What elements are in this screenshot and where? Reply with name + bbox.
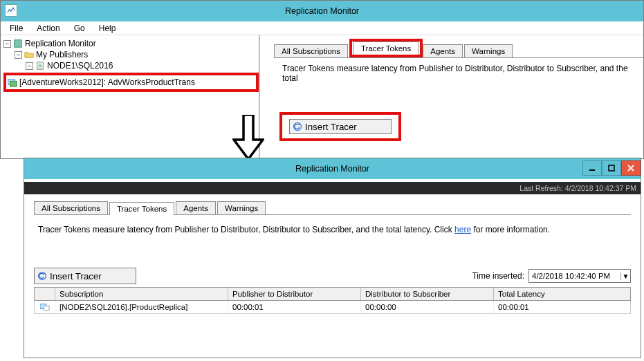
last-refresh-bar: Last Refresh: 4/2/2018 10:42:37 PM <box>24 182 641 194</box>
svg-rect-4 <box>10 81 17 86</box>
time-inserted-dropdown[interactable]: 4/2/2018 10:42:40 PM ▼ <box>528 269 631 283</box>
cell-dist-to-sub: 00:00:00 <box>361 301 494 313</box>
collapse-icon[interactable]: − <box>3 40 11 48</box>
grid-header-total-latency[interactable]: Total Latency <box>494 288 630 300</box>
menu-bar: File Action Go Help <box>1 21 643 35</box>
server-icon <box>35 61 45 71</box>
replication-monitor-icon <box>13 39 23 48</box>
publication-icon <box>8 77 17 87</box>
insert-tracer-button[interactable]: Insert Tracer <box>289 119 392 134</box>
tree-root[interactable]: − Replication Monitor <box>3 38 259 49</box>
replication-monitor-window-bottom: Replication Monitor Last Refresh: 4/2/20… <box>24 158 641 358</box>
cell-pub-to-dist: 00:00:01 <box>228 301 361 313</box>
insert-tracer-label: Insert Tracer <box>305 122 357 132</box>
collapse-icon[interactable]: − <box>26 62 33 70</box>
svg-rect-0 <box>15 40 22 48</box>
tab-agents[interactable]: Agents <box>423 44 463 57</box>
minimize-button[interactable] <box>582 160 602 176</box>
cell-subscription: [NODE2\SQL2016].[ProductReplica] <box>55 301 228 313</box>
tab-all-subscriptions[interactable]: All Subscriptions <box>274 44 348 57</box>
grid-row[interactable]: [NODE2\SQL2016].[ProductReplica] 00:00:0… <box>34 301 631 314</box>
tab-tracer-tokens[interactable]: Tracer Tokens <box>109 202 174 215</box>
tab-strip: All Subscriptions Tracer Tokens Agents W… <box>274 42 643 57</box>
menu-action[interactable]: Action <box>31 22 65 35</box>
menu-help[interactable]: Help <box>93 22 122 35</box>
grid-header-rowselector[interactable] <box>35 288 55 300</box>
menu-go[interactable]: Go <box>68 22 91 35</box>
tab-all-subscriptions[interactable]: All Subscriptions <box>34 201 108 214</box>
tree-panel: − Replication Monitor − My Publishers − … <box>1 35 260 158</box>
tracer-grid: Subscription Publisher to Distributor Di… <box>34 287 631 314</box>
tree-server[interactable]: − NODE1\SQL2016 <box>3 60 259 71</box>
subscription-icon <box>35 301 55 313</box>
grid-header-pub-to-dist[interactable]: Publisher to Distributor <box>228 288 361 300</box>
chevron-down-icon: ▼ <box>620 272 630 280</box>
cell-total-latency: 00:00:01 <box>494 301 630 313</box>
insert-tracer-button[interactable]: Insert Tracer <box>34 268 136 284</box>
tree-publication[interactable]: [AdventureWorks2012]: AdvWorksProductTra… <box>8 77 249 88</box>
tab-warnings[interactable]: Warnings <box>464 44 513 57</box>
tab-strip: All Subscriptions Tracer Tokens Agents W… <box>34 200 631 215</box>
window-title: Replication Monitor <box>295 164 369 174</box>
description-text: Tracer Tokens measure latency from Publi… <box>274 57 643 83</box>
title-bar[interactable]: Replication Monitor <box>24 158 641 179</box>
time-inserted-value: 4/2/2018 10:42:40 PM <box>532 272 610 280</box>
svg-rect-7 <box>609 165 614 171</box>
window-controls <box>582 160 641 177</box>
maximize-button[interactable] <box>602 160 621 176</box>
svg-point-2 <box>39 65 42 67</box>
tab-agents[interactable]: Agents <box>176 201 216 214</box>
grid-header-subscription[interactable]: Subscription <box>55 288 228 300</box>
time-inserted-label: Time inserted: <box>472 271 524 281</box>
menu-file[interactable]: File <box>4 22 28 35</box>
app-icon <box>5 4 17 17</box>
description-text: Tracer Tokens measure latency from Publi… <box>34 215 631 244</box>
insert-tracer-label: Insert Tracer <box>50 271 102 281</box>
folder-icon <box>24 50 34 59</box>
tab-tracer-highlight: Tracer Tokens <box>349 39 423 57</box>
tree-publishers[interactable]: − My Publishers <box>3 49 259 60</box>
tab-warnings[interactable]: Warnings <box>217 201 266 214</box>
title-bar[interactable]: Replication Monitor <box>1 1 643 21</box>
collapse-icon[interactable]: − <box>15 51 22 59</box>
here-link[interactable]: here <box>454 225 471 234</box>
insert-tracer-highlight: Insert Tracer <box>279 112 401 141</box>
time-inserted-group: Time inserted: 4/2/2018 10:42:40 PM ▼ <box>472 269 631 283</box>
grid-header-dist-to-sub[interactable]: Distributor to Subscriber <box>361 288 494 300</box>
detail-panel: All Subscriptions Tracer Tokens Agents W… <box>260 35 643 158</box>
grid-header: Subscription Publisher to Distributor Di… <box>34 287 631 301</box>
window-title: Replication Monitor <box>285 6 359 16</box>
close-button[interactable] <box>621 160 641 176</box>
replication-monitor-window-top: Replication Monitor File Action Go Help … <box>0 0 644 159</box>
tab-tracer-tokens[interactable]: Tracer Tokens <box>353 41 418 55</box>
tree-publication-highlight: [AdventureWorks2012]: AdvWorksProductTra… <box>3 73 259 92</box>
arrow-annotation <box>232 115 264 163</box>
svg-rect-12 <box>44 306 49 310</box>
